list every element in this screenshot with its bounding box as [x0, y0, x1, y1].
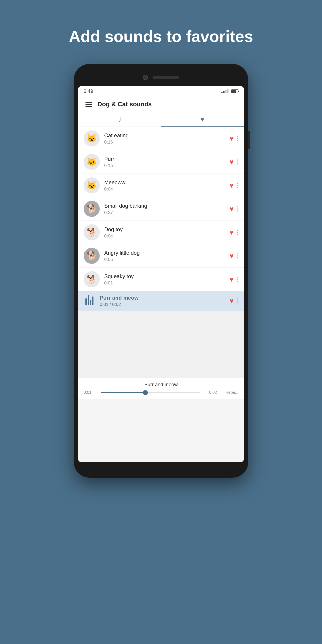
sound-avatar-angry-little-dog: 🐕 [84, 248, 100, 264]
sound-duration-squeaky-toy: 0:01 [104, 280, 230, 286]
sound-item-cat-eating[interactable]: 🐱 Cat eating 0:16 ♥ [78, 127, 244, 150]
sound-name-cat-eating: Cat eating [104, 132, 230, 139]
signal-bar-2 [223, 91, 224, 93]
sound-name-squeaky-toy: Squeaky toy [104, 273, 230, 280]
battery-fill [232, 90, 236, 92]
sound-duration-purrr: 0:15 [104, 163, 230, 168]
progress-thumb[interactable] [143, 390, 148, 395]
sound-item-angry-little-dog[interactable]: 🐕 Angry little dog 0:05 ♥ [78, 244, 244, 268]
menu-button[interactable] [84, 100, 94, 108]
more-button-squeaky-toy[interactable] [237, 277, 238, 282]
more-button-purrr[interactable] [237, 160, 238, 164]
sound-item-purr-and-meow[interactable]: Purr and meow 0:01 / 0:02 ♥ [78, 291, 244, 311]
battery-icon [231, 90, 238, 93]
more-button-meeoww[interactable] [237, 183, 238, 188]
sound-info-purr-and-meow: Purr and meow 0:01 / 0:02 [100, 295, 230, 307]
sound-actions-dog-toy: ♥ [230, 228, 238, 236]
sound-actions-squeaky-toy: ♥ [230, 275, 238, 284]
sound-name-purrr: Purrr [104, 156, 230, 162]
more-button-dog-toy[interactable] [237, 230, 238, 235]
signal-icon [221, 89, 228, 93]
sound-name-dog-toy: Dog toy [104, 226, 230, 232]
player-total-time: 0:02 [204, 390, 217, 395]
sound-avatar-small-dog-barking: 🐕 [84, 201, 100, 217]
sound-duration-purr-and-meow: 0:01 / 0:02 [100, 302, 230, 307]
phone-mockup: 2:49 [74, 64, 248, 478]
hamburger-line-1 [86, 102, 92, 103]
status-icons [221, 89, 238, 93]
playing-bar-4 [92, 296, 94, 305]
favorite-button-cat-eating[interactable]: ♥ [230, 134, 234, 143]
more-button-purr-and-meow[interactable] [237, 298, 238, 304]
more-button-cat-eating[interactable] [237, 136, 238, 141]
status-bar: 2:49 [78, 86, 244, 96]
sound-item-purrr[interactable]: 🐱 Purrr 0:15 ♥ [78, 150, 244, 174]
sound-info-cat-eating: Cat eating 0:16 [104, 132, 230, 145]
music-note-icon: ♩ [118, 116, 121, 123]
sound-item-small-dog-barking[interactable]: 🐕 Small dog barking 0:27 ♥ [78, 197, 244, 221]
sound-avatar-purrr: 🐱 [84, 154, 100, 170]
signal-bar-4 [227, 89, 228, 93]
favorite-button-small-dog-barking[interactable]: ♥ [230, 205, 234, 213]
sound-name-angry-little-dog: Angry little dog [104, 250, 230, 256]
sound-name-purr-and-meow: Purr and meow [100, 295, 230, 301]
sound-name-meeoww: Meeoww [104, 179, 230, 186]
playing-bars-icon [84, 295, 95, 307]
playing-bar-3 [90, 300, 91, 305]
favorite-button-squeaky-toy[interactable]: ♥ [230, 275, 234, 284]
progress-bar[interactable] [100, 392, 200, 393]
player-title: Purr and meow [84, 382, 238, 388]
phone-frame: 2:49 [74, 64, 248, 478]
sound-duration-cat-eating: 0:16 [104, 140, 230, 145]
sound-actions-meeoww: ♥ [230, 181, 238, 190]
sound-list: 🐱 Cat eating 0:16 ♥ [78, 127, 244, 378]
front-camera [143, 75, 148, 80]
progress-bar-fill [100, 392, 145, 393]
more-button-angry-little-dog[interactable] [237, 253, 238, 258]
favorite-button-angry-little-dog[interactable]: ♥ [230, 252, 234, 260]
sound-item-squeaky-toy[interactable]: 🐕 Squeaky toy 0:01 ♥ [78, 268, 244, 291]
sound-info-meeoww: Meeoww 0:04 [104, 179, 230, 192]
sound-info-squeaky-toy: Squeaky toy 0:01 [104, 273, 230, 286]
playing-bar-1 [86, 298, 87, 305]
hamburger-line-3 [86, 106, 92, 107]
player-current-time: 0:01 [84, 390, 97, 395]
favorite-button-purrr[interactable]: ♥ [230, 158, 234, 166]
player-controls: 0:01 0:02 Repe... [84, 390, 238, 395]
sound-avatar-cat-eating: 🐱 [84, 130, 100, 146]
tab-favorites[interactable]: ♥ [161, 112, 244, 126]
signal-bar-1 [221, 92, 222, 93]
favorite-button-meeoww[interactable]: ♥ [230, 181, 234, 190]
phone-speaker [152, 76, 179, 79]
sound-duration-dog-toy: 0:04 [104, 234, 230, 238]
favorite-button-dog-toy[interactable]: ♥ [230, 228, 234, 236]
phone-notch [78, 68, 244, 86]
heart-tab-icon: ♥ [200, 116, 204, 123]
sound-item-dog-toy[interactable]: 🐕 Dog toy 0:04 ♥ [78, 221, 244, 244]
repeat-button[interactable]: Repe... [220, 390, 238, 395]
signal-bar-3 [225, 90, 226, 93]
playing-bar-2 [88, 295, 89, 305]
sound-info-purrr: Purrr 0:15 [104, 156, 230, 168]
sound-duration-small-dog-barking: 0:27 [104, 210, 230, 215]
tabs-bar: ♩ ♥ [78, 112, 244, 127]
sound-actions-small-dog-barking: ♥ [230, 205, 238, 213]
side-button [248, 131, 250, 149]
more-button-small-dog-barking[interactable] [237, 206, 238, 212]
sound-info-dog-toy: Dog toy 0:04 [104, 226, 230, 238]
sound-item-meeoww[interactable]: 🐱 Meeoww 0:04 ♥ [78, 174, 244, 197]
phone-screen: 2:49 [78, 86, 244, 462]
sound-avatar-meeoww: 🐱 [84, 177, 100, 194]
bottom-player: Purr and meow 0:01 0:02 Repe... [78, 378, 244, 399]
sound-actions-purrr: ♥ [230, 158, 238, 166]
sound-actions-angry-little-dog: ♥ [230, 252, 238, 260]
sound-actions-cat-eating: ♥ [230, 134, 238, 143]
favorite-button-purr-and-meow[interactable]: ♥ [230, 297, 234, 305]
sound-duration-angry-little-dog: 0:05 [104, 257, 230, 262]
list-empty-space [78, 311, 244, 378]
page-header: Add sounds to favorites [51, 0, 271, 64]
sound-avatar-dog-toy: 🐕 [84, 224, 100, 240]
hamburger-line-2 [86, 104, 92, 105]
sound-avatar-squeaky-toy: 🐕 [84, 271, 100, 287]
tab-sounds[interactable]: ♩ [78, 112, 161, 126]
